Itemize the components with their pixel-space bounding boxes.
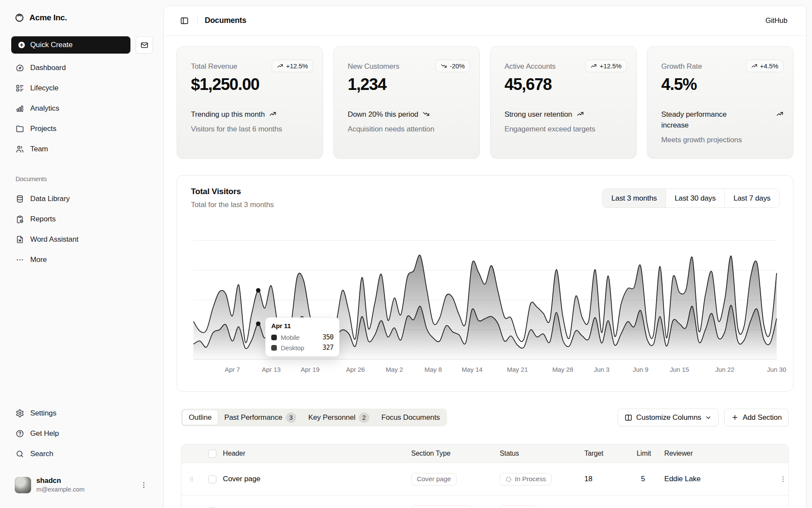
card-label: New Customers <box>348 62 400 71</box>
tooltip-series-value: 327 <box>322 344 333 351</box>
brand[interactable]: Acme Inc. <box>11 10 70 26</box>
tab-focus-documents[interactable]: Focus Documents <box>375 410 446 425</box>
card-footer-line1: Trending up this month <box>191 109 265 120</box>
table-row[interactable]: Table of contents Table of contents Done… <box>181 495 788 508</box>
select-all-checkbox[interactable] <box>208 450 216 458</box>
list-details-icon <box>16 84 24 93</box>
card-footer-line1: Strong user retention <box>504 109 572 120</box>
tab-outline[interactable]: Outline <box>182 410 218 425</box>
badge-value: -20% <box>450 62 465 70</box>
cell-header[interactable]: Cover page <box>219 475 411 483</box>
card-value: 45,678 <box>504 75 552 94</box>
x-axis-tick: Jun 9 <box>633 366 648 373</box>
tab-past-performance[interactable]: Past Performance3 <box>218 410 302 425</box>
table-row[interactable]: Cover page Cover page In Process 18 5 Ed… <box>181 463 788 495</box>
trending-down-icon <box>422 110 430 118</box>
sidebar-item-analytics[interactable]: Analytics <box>11 100 153 117</box>
col-section-type: Section Type <box>411 450 500 457</box>
card-footer-line2: Acquisition needs attention <box>348 124 470 134</box>
x-axis-tick: May 2 <box>386 366 403 373</box>
github-link[interactable]: GitHub <box>765 16 787 25</box>
add-section-button[interactable]: Add Section <box>724 409 789 426</box>
sidebar-item-label: Search <box>30 450 53 458</box>
card-growth-rate: Growth Rate +4.5% 4.5% Steady performanc… <box>647 46 793 159</box>
card-footer-line1: Steady performance increase <box>661 109 742 131</box>
sidebar-toggle-button[interactable] <box>178 15 190 27</box>
sidebar-item-more[interactable]: More <box>11 252 153 268</box>
trend-badge: +12.5% <box>272 60 313 72</box>
page-title: Documents <box>205 16 246 25</box>
inbox-button[interactable] <box>136 36 153 54</box>
sidebar-item-settings[interactable]: Settings <box>11 405 153 422</box>
trending-up-icon <box>269 110 276 118</box>
card-footer-line2: Engagement exceed targets <box>504 124 627 134</box>
sidebar-item-label: Projects <box>30 125 57 133</box>
avatar <box>15 477 31 493</box>
card-value: 4.5% <box>661 75 697 94</box>
sidebar-item-label: Word Assistant <box>30 235 79 244</box>
sidebar-item-search[interactable]: Search <box>11 446 153 462</box>
sidebar-item-label: Analytics <box>30 104 59 113</box>
x-axis-tick: May 14 <box>462 366 482 373</box>
status-badge: In Process <box>500 473 552 486</box>
trend-badge: +4.5% <box>746 60 783 72</box>
customize-columns-button[interactable]: Customize Columns <box>618 409 719 426</box>
sidebar-item-word-assistant[interactable]: Word Assistant <box>11 231 153 248</box>
user-menu[interactable]: shadcn m@example.com <box>11 475 153 495</box>
sidebar-item-dashboard[interactable]: Dashboard <box>11 60 153 76</box>
brand-name: Acme Inc. <box>29 13 67 22</box>
trending-up-icon <box>590 63 597 69</box>
col-target: Target <box>582 450 637 457</box>
users-icon <box>16 145 24 153</box>
tooltip-date: Apr 11 <box>271 322 333 329</box>
sidebar-item-data-library[interactable]: Data Library <box>11 191 153 207</box>
cell-reviewer[interactable]: Eddie Lake <box>664 475 778 483</box>
trending-down-icon <box>441 63 447 69</box>
trending-up-icon <box>776 110 783 118</box>
customize-columns-label: Customize Columns <box>636 413 701 422</box>
sidebar: Acme Inc. Quick Create Dashboard Lifecyc… <box>0 0 163 508</box>
x-axis-tick: May 21 <box>507 366 528 373</box>
trending-up-icon <box>751 63 758 69</box>
circle-plus-icon <box>17 41 26 49</box>
cell-limit[interactable]: 5 <box>637 475 664 483</box>
tooltip-series-label: Desktop <box>281 344 304 351</box>
col-status: Status <box>500 450 582 457</box>
user-kebab-button[interactable] <box>138 479 149 491</box>
section-type-badge: Table of contents <box>411 505 473 508</box>
x-axis-tick: Apr 19 <box>301 366 319 373</box>
sidebar-item-projects[interactable]: Projects <box>11 121 153 137</box>
columns-icon <box>625 414 632 422</box>
visitors-area-chart[interactable]: Apr 7Apr 13Apr 19Apr 26May 2May 8May 14M… <box>177 176 793 391</box>
primary-nav: Dashboard Lifecycle Analytics Projects T… <box>11 60 153 157</box>
status-label: In Process <box>515 475 546 483</box>
chevron-down-icon <box>705 414 712 421</box>
card-footer-line2: Meets growth projections <box>661 134 783 145</box>
tab-count-badge: 3 <box>286 412 296 423</box>
col-limit: Limit <box>637 450 664 457</box>
trending-up-icon <box>577 110 584 118</box>
sidebar-group-label: Documents <box>16 176 47 182</box>
sidebar-item-reports[interactable]: Reports <box>11 211 153 227</box>
loader-icon <box>505 476 512 482</box>
tab-key-personnel[interactable]: Key Personnel2 <box>302 410 375 425</box>
folder-icon <box>16 125 24 133</box>
badge-value: +12.5% <box>286 62 308 70</box>
footer-nav: Settings Get Help Search <box>11 405 153 462</box>
sidebar-item-label: Get Help <box>30 429 59 438</box>
drag-handle[interactable] <box>187 475 196 483</box>
row-menu-button[interactable] <box>778 474 788 484</box>
sidebar-item-get-help[interactable]: Get Help <box>11 425 153 442</box>
tooltip-series-value: 350 <box>322 333 333 341</box>
row-checkbox[interactable] <box>208 475 216 483</box>
card-footer-line1: Down 20% this period <box>348 109 418 120</box>
quick-create-button[interactable]: Quick Create <box>11 36 130 54</box>
section-tabsbar: Outline Past Performance3 Key Personnel2… <box>181 409 789 426</box>
cell-target[interactable]: 18 <box>582 475 637 483</box>
tab-label: Outline <box>189 413 212 422</box>
sidebar-item-team[interactable]: Team <box>11 141 153 157</box>
trend-badge: +12.5% <box>585 60 627 72</box>
table-header-row: Header Section Type Status Target Limit … <box>181 444 788 463</box>
sidebar-item-lifecycle[interactable]: Lifecycle <box>11 80 153 96</box>
section-tabs: Outline Past Performance3 Key Personnel2… <box>181 409 447 426</box>
